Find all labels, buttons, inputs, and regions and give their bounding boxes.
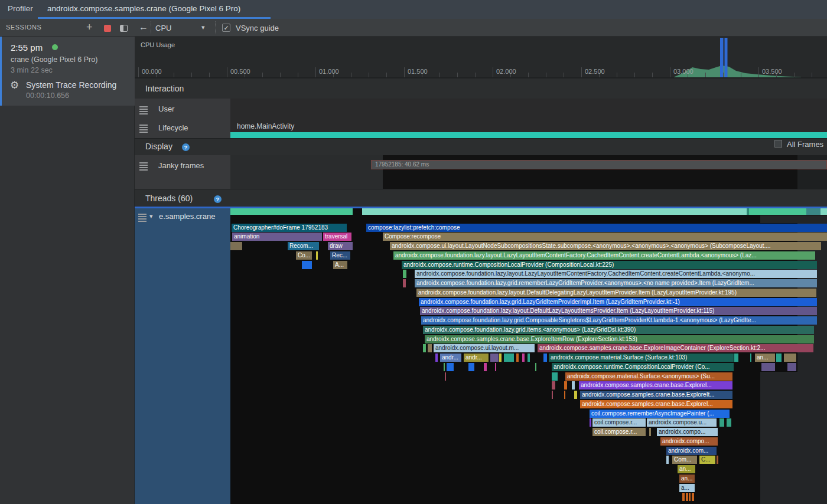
drag-handle-icon[interactable] xyxy=(139,162,148,171)
trace-span[interactable]: an... xyxy=(679,474,695,483)
trace-span[interactable]: androidx.compose.material.Surface.<anony… xyxy=(565,372,732,381)
trace-span-sliver[interactable] xyxy=(666,456,669,464)
help-icon[interactable]: ? xyxy=(182,143,190,151)
row-label-janky-frames[interactable]: Janky frames xyxy=(158,161,204,170)
trace-span-sliver[interactable] xyxy=(784,354,796,362)
collapse-panel-icon[interactable] xyxy=(120,25,128,32)
trace-span-sliver[interactable] xyxy=(692,493,694,501)
trace-span[interactable]: androidx.compose.samples.crane.base.Expl… xyxy=(425,335,814,343)
trace-span[interactable]: Recom... xyxy=(288,242,319,250)
trace-span-sliver[interactable] xyxy=(316,251,318,260)
trace-span[interactable]: androidx.compose.ui.layout.m... xyxy=(434,344,535,352)
trace-span-sliver[interactable] xyxy=(552,372,558,381)
trace-span[interactable]: coil.compose.r... xyxy=(592,428,646,436)
add-session-icon[interactable]: + xyxy=(86,21,93,34)
trace-span-sliver[interactable] xyxy=(302,261,312,269)
trace-span-sliver[interactable] xyxy=(787,363,796,371)
trace-span[interactable]: androidx.compose.material.Surface (Surfa… xyxy=(549,354,734,362)
trace-span[interactable]: androidx.com... xyxy=(666,447,717,455)
trace-span-sliver[interactable] xyxy=(230,242,242,250)
trace-span[interactable]: animation xyxy=(232,233,322,241)
trace-span[interactable]: androidx.compo... xyxy=(660,437,718,446)
trace-span-sliver[interactable] xyxy=(719,418,724,427)
trace-span[interactable]: androidx.compose.ui.layout.LayoutNodeSub… xyxy=(390,242,821,250)
trace-span-sliver[interactable] xyxy=(468,363,474,371)
trace-span-sliver[interactable] xyxy=(490,354,499,362)
trace-span[interactable]: an... xyxy=(678,465,695,473)
trace-span[interactable]: androidx.compose.samples.crane.base.Expl… xyxy=(580,400,732,408)
trace-span[interactable]: Compose:recompose xyxy=(383,233,827,241)
drag-handle-icon[interactable] xyxy=(139,106,148,114)
trace-span-sliver[interactable] xyxy=(528,354,530,362)
stop-recording-icon[interactable] xyxy=(104,25,111,32)
trace-span-sliver[interactable] xyxy=(522,354,525,362)
trace-span[interactable]: Rec... xyxy=(330,251,350,260)
drag-handle-icon[interactable] xyxy=(139,125,148,133)
trace-span[interactable]: androidx.compo... xyxy=(657,428,718,436)
trace-span-sliver[interactable] xyxy=(516,354,519,362)
back-arrow-icon[interactable]: ← xyxy=(139,22,148,32)
trace-span[interactable]: Com... xyxy=(672,456,697,464)
trace-span[interactable]: androidx.compose.foundation.lazy.layout.… xyxy=(416,289,816,297)
trace-span-sliver[interactable] xyxy=(564,391,565,399)
trace-span[interactable]: coil.compose.rememberAsyncImagePainter (… xyxy=(590,410,730,418)
trace-span[interactable]: androidx.compose.samples.crane.base.Expl… xyxy=(538,344,813,352)
trace-span[interactable]: compose:lazylist:prefetch:compose xyxy=(366,224,827,232)
trace-span[interactable]: Co... xyxy=(296,251,312,260)
trace-span[interactable]: androidx.compose.runtime.CompositionLoca… xyxy=(402,261,817,269)
lifecycle-activity-bar[interactable] xyxy=(230,132,827,138)
trace-span-sliver[interactable] xyxy=(552,391,553,399)
trace-span-sliver[interactable] xyxy=(444,363,445,371)
trace-span-sliver[interactable] xyxy=(535,363,536,371)
trace-span[interactable]: C... xyxy=(699,456,715,464)
trace-span-sliver[interactable] xyxy=(727,418,731,427)
trace-span-sliver[interactable] xyxy=(734,354,738,362)
row-label-user[interactable]: User xyxy=(158,104,174,113)
trace-span-sliver[interactable] xyxy=(435,354,438,362)
trace-span[interactable]: androidx.compose.foundation.lazy.grid.re… xyxy=(415,279,817,287)
trace-span-sliver[interactable] xyxy=(423,344,426,352)
trace-span-sliver[interactable] xyxy=(552,381,555,390)
cpu-view-dropdown[interactable]: CPU xyxy=(155,24,171,32)
trace-span[interactable]: androidx.compose.foundation.lazy.layout.… xyxy=(420,307,817,315)
trace-span-sliver[interactable] xyxy=(504,354,514,362)
trace-span-sliver[interactable] xyxy=(776,354,782,362)
trace-span-sliver[interactable] xyxy=(403,270,406,278)
help-icon[interactable]: ? xyxy=(214,195,222,203)
trace-span-sliver[interactable] xyxy=(572,381,575,390)
trace-span[interactable]: an... xyxy=(755,354,775,362)
thread-header-panel[interactable]: ▾ e.samples.crane xyxy=(135,208,230,504)
trace-span[interactable]: androidx.compose.u... xyxy=(647,418,717,427)
vsync-guide-checkbox[interactable]: ✓ xyxy=(222,24,230,32)
trace-span-sliver[interactable] xyxy=(717,456,718,464)
trace-span-sliver[interactable] xyxy=(686,493,688,501)
trace-span-sliver[interactable] xyxy=(403,279,406,287)
chevron-down-icon[interactable]: ▾ xyxy=(201,24,205,31)
profiler-menu[interactable]: Profiler xyxy=(8,4,33,13)
trace-span[interactable]: androidx.compose.foundation.lazy.layout.… xyxy=(393,251,815,260)
trace-span[interactable]: androidx.compose.foundation.lazy.grid.it… xyxy=(423,326,814,334)
trace-span-sliver[interactable] xyxy=(495,363,496,371)
recording-type[interactable]: System Trace Recording xyxy=(26,80,116,90)
trace-span[interactable]: a... xyxy=(679,484,695,492)
trace-span[interactable]: coil.compose.r... xyxy=(592,418,646,427)
tab-crane-session[interactable]: androidx.compose.samples.crane (Google P… xyxy=(47,4,240,13)
trace-span-sliver[interactable] xyxy=(564,381,567,390)
trace-span[interactable]: traversal xyxy=(323,233,351,241)
trace-span-sliver[interactable] xyxy=(447,363,454,371)
trace-span-sliver[interactable] xyxy=(428,344,432,352)
trace-span[interactable]: androidx.compose.samples.crane.base.Expl… xyxy=(579,381,732,390)
trace-span[interactable]: androidx.compose.foundation.lazy.layout.… xyxy=(415,270,817,278)
trace-span[interactable]: androidx.compose.samples.crane.base.Expl… xyxy=(580,391,732,399)
drag-handle-icon[interactable] xyxy=(138,214,146,222)
janky-frame-bar[interactable]: 17952185: 40.62 ms xyxy=(371,160,827,169)
trace-span[interactable]: A... xyxy=(333,261,347,269)
trace-span-sliver[interactable] xyxy=(750,354,751,362)
trace-span-sliver[interactable] xyxy=(649,428,651,436)
trace-span[interactable]: andr... xyxy=(440,354,461,362)
trace-span-sliver[interactable] xyxy=(484,363,487,371)
trace-span-sliver[interactable] xyxy=(445,372,446,381)
trace-span-sliver[interactable] xyxy=(543,354,547,362)
session-card[interactable]: 2:55 pm crane (Google Pixel 6 Pro) 3 min… xyxy=(0,37,135,106)
trace-span-sliver[interactable] xyxy=(499,354,502,362)
